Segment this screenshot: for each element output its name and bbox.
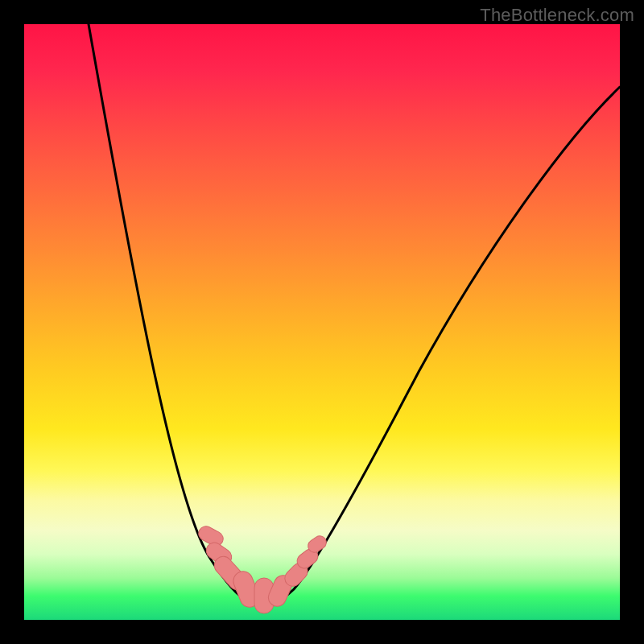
chart-svg (24, 24, 620, 620)
bottleneck-curve (89, 24, 620, 605)
watermark-text: TheBottleneck.com (480, 5, 634, 26)
chart-frame: TheBottleneck.com (0, 0, 644, 644)
plot-area (24, 24, 620, 620)
